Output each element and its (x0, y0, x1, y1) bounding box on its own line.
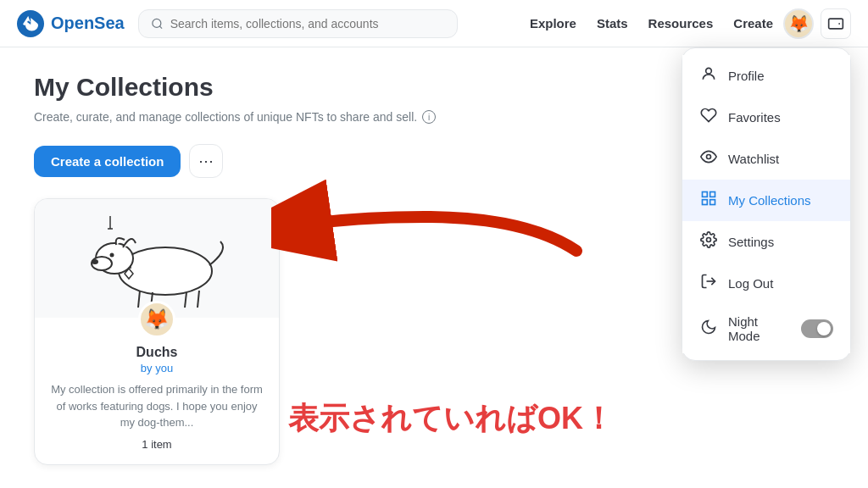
toggle-knob (817, 322, 831, 336)
menu-favorites-label: Favorites (728, 110, 833, 125)
dropdown-menu: Profile Favorites Watchlist My Collectio… (682, 47, 851, 361)
menu-item-logout[interactable]: Log Out (682, 263, 850, 304)
svg-point-16 (706, 68, 712, 74)
menu-collections-label: My Collections (728, 193, 833, 208)
card-avatar-wrap: 🦊 (35, 301, 279, 338)
collection-name: Duchs (48, 345, 265, 360)
collection-item-count: 1 item (48, 438, 265, 451)
collection-description: My collection is offered primarily in th… (48, 381, 265, 431)
dog-illustration (64, 208, 250, 309)
logo-text: OpenSea (51, 14, 125, 33)
night-mode-toggle[interactable] (801, 319, 833, 338)
nav: Explore Stats Resources Create (478, 16, 773, 30)
search-icon (151, 17, 164, 30)
person-icon (699, 65, 718, 86)
japanese-annotation: 表示されていればOK！ (288, 398, 614, 440)
card-body: Duchs by you My collection is offered pr… (35, 338, 279, 464)
nav-resources[interactable]: Resources (648, 16, 714, 30)
moon-icon (699, 319, 718, 340)
svg-rect-21 (710, 200, 715, 205)
eye-icon (699, 148, 718, 169)
collection-by-link[interactable]: you (155, 362, 173, 374)
logout-icon (699, 273, 718, 294)
nav-stats[interactable]: Stats (597, 16, 628, 30)
card-avatar: 🦊 (138, 301, 175, 338)
svg-point-22 (707, 238, 711, 242)
grid-icon (699, 190, 718, 211)
svg-point-7 (92, 259, 98, 264)
svg-point-6 (110, 253, 114, 258)
heart-icon (699, 107, 718, 128)
menu-watchlist-label: Watchlist (728, 152, 833, 166)
svg-point-0 (17, 10, 44, 37)
opensea-logo-icon (17, 10, 44, 37)
avatar-button[interactable]: 🦊 (783, 8, 814, 39)
more-options-button[interactable]: ⋯ (189, 144, 223, 178)
svg-point-1 (153, 19, 161, 27)
search-bar[interactable] (138, 9, 459, 38)
gear-icon (699, 231, 718, 252)
menu-item-night-mode[interactable]: Night Mode (682, 304, 850, 353)
wallet-icon (827, 15, 844, 32)
svg-rect-19 (710, 192, 715, 197)
logo[interactable]: OpenSea (17, 10, 125, 37)
svg-rect-2 (829, 19, 843, 29)
svg-rect-20 (703, 200, 708, 205)
collection-by: by you (48, 362, 265, 374)
collection-card[interactable]: 🦊 Duchs by you My collection is offered … (34, 198, 280, 465)
menu-item-favorites[interactable]: Favorites (682, 97, 850, 138)
nav-create[interactable]: Create (733, 16, 773, 30)
menu-item-watchlist[interactable]: Watchlist (682, 138, 850, 180)
search-input[interactable] (170, 17, 446, 30)
menu-night-mode-label: Night Mode (728, 314, 791, 343)
menu-profile-label: Profile (728, 69, 833, 83)
svg-rect-18 (703, 192, 708, 197)
nav-explore[interactable]: Explore (530, 16, 576, 30)
menu-item-my-collections[interactable]: My Collections (682, 180, 850, 221)
wallet-button[interactable] (821, 8, 851, 39)
svg-point-17 (707, 155, 711, 159)
toggle-switch[interactable] (801, 319, 833, 338)
header: OpenSea Explore Stats Resources Create 🦊 (0, 0, 868, 47)
create-collection-button[interactable]: Create a collection (34, 146, 181, 177)
menu-settings-label: Settings (728, 235, 833, 249)
menu-logout-label: Log Out (728, 276, 833, 291)
info-icon[interactable]: i (422, 110, 436, 124)
card-image (35, 199, 279, 318)
menu-item-settings[interactable]: Settings (682, 221, 850, 263)
menu-item-profile[interactable]: Profile (682, 55, 850, 97)
